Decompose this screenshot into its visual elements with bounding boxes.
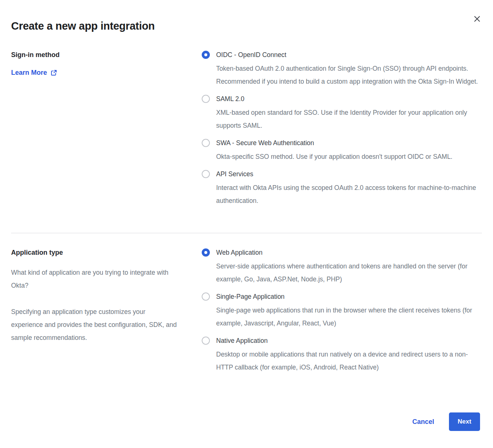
radio-icon[interactable] xyxy=(202,170,210,178)
external-link-icon xyxy=(50,69,57,76)
close-icon xyxy=(474,16,480,22)
radio-icon[interactable] xyxy=(202,292,210,301)
radio-option-single-page-application[interactable]: Single-Page Application Single-page web … xyxy=(202,292,482,330)
radio-option-description: Single-page web applications that run in… xyxy=(216,304,480,330)
radio-option-oidc[interactable]: OIDC - OpenID Connect Token-based OAuth … xyxy=(202,51,482,88)
application-type-section: Application type What kind of applicatio… xyxy=(11,248,482,381)
next-button[interactable]: Next xyxy=(449,412,480,431)
application-type-label: Application type xyxy=(11,248,202,257)
radio-option-label[interactable]: Native Application xyxy=(216,337,480,345)
application-type-question: What kind of application are you trying … xyxy=(11,266,178,292)
radio-option-label[interactable]: OIDC - OpenID Connect xyxy=(216,51,480,59)
radio-icon[interactable] xyxy=(202,337,210,345)
radio-icon[interactable] xyxy=(202,248,210,257)
radio-option-label[interactable]: API Services xyxy=(216,170,480,178)
application-type-help-text: Specifying an application type customize… xyxy=(11,305,178,344)
radio-option-description: Interact with Okta APIs using the scoped… xyxy=(216,181,480,207)
radio-option-description: XML-based open standard for SSO. Use if … xyxy=(216,106,480,132)
radio-option-web-application[interactable]: Web Application Server-side applications… xyxy=(202,248,482,286)
radio-option-label[interactable]: Web Application xyxy=(216,248,480,257)
radio-option-swa[interactable]: SWA - Secure Web Authentication Okta-spe… xyxy=(202,139,482,163)
close-button[interactable] xyxy=(472,14,482,24)
radio-option-description: Server-side applications where authentic… xyxy=(216,260,480,286)
radio-icon[interactable] xyxy=(202,51,210,59)
signin-method-label: Sign-in method xyxy=(11,51,202,59)
radio-icon[interactable] xyxy=(202,139,210,147)
radio-option-native-application[interactable]: Native Application Desktop or mobile app… xyxy=(202,337,482,374)
radio-option-description: Desktop or mobile applications that run … xyxy=(216,348,480,374)
learn-more-link[interactable]: Learn More xyxy=(11,69,57,77)
dialog-footer: Cancel Next xyxy=(412,412,480,431)
signin-method-section: Sign-in method Learn More OIDC - OpenID … xyxy=(11,51,482,214)
radio-option-saml[interactable]: SAML 2.0 XML-based open standard for SSO… xyxy=(202,95,482,132)
learn-more-label: Learn More xyxy=(11,69,47,77)
dialog-title: Create a new app integration xyxy=(11,0,482,33)
radio-option-label[interactable]: SAML 2.0 xyxy=(216,95,480,103)
section-divider xyxy=(11,233,482,233)
radio-option-label[interactable]: SWA - Secure Web Authentication xyxy=(216,139,452,147)
radio-option-api-services[interactable]: API Services Interact with Okta APIs usi… xyxy=(202,170,482,207)
radio-icon[interactable] xyxy=(202,95,210,103)
radio-option-description: Okta-specific SSO method. Use if your ap… xyxy=(216,150,452,163)
radio-option-description: Token-based OAuth 2.0 authentication for… xyxy=(216,62,480,88)
radio-option-label[interactable]: Single-Page Application xyxy=(216,292,480,301)
cancel-button[interactable]: Cancel xyxy=(412,418,434,426)
create-app-integration-dialog: Create a new app integration Sign-in met… xyxy=(0,0,493,448)
